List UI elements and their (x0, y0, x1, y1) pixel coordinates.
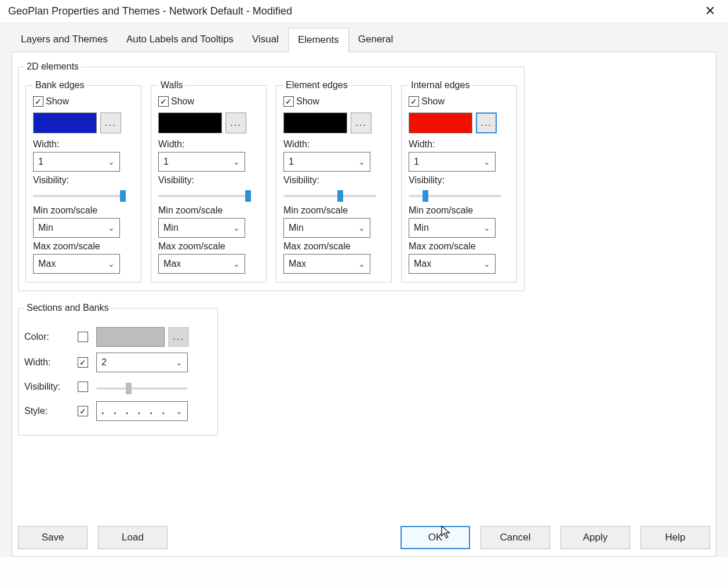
walls-width-combo[interactable]: 1 ⌄ (158, 152, 245, 172)
element-color-picker-button[interactable]: ... (351, 112, 372, 133)
element-width-value: 1 (289, 157, 294, 167)
sections-style-value: . . . . . . (101, 406, 168, 416)
walls-width-value: 1 (163, 157, 169, 167)
chevron-down-icon: ⌄ (483, 157, 490, 166)
sections-style-checkbox[interactable] (78, 406, 88, 416)
internal-min-zoom-combo[interactable]: Min ⌄ (409, 218, 496, 238)
chevron-down-icon: ⌄ (176, 358, 183, 367)
internal-edges-legend: Internal edges (409, 80, 472, 90)
ok-button[interactable]: OK (401, 526, 470, 549)
element-min-zoom-combo[interactable]: Min ⌄ (283, 218, 370, 238)
sections-color-checkbox[interactable] (78, 332, 88, 342)
bank-color-swatch[interactable] (33, 112, 97, 133)
bank-color-picker-button[interactable]: ... (100, 112, 121, 133)
load-button[interactable]: Load (98, 526, 168, 549)
apply-button[interactable]: Apply (560, 526, 630, 549)
sections-width-value: 2 (101, 357, 107, 368)
bank-show-label: Show (46, 96, 69, 107)
walls-visibility-slider[interactable] (158, 190, 251, 202)
element-max-zoom-combo[interactable]: Max ⌄ (283, 254, 370, 274)
group-2d-elements-legend: 2D elements (24, 61, 81, 72)
sections-color-swatch[interactable] (96, 327, 165, 347)
internal-visibility-slider[interactable] (409, 190, 501, 202)
sections-visibility-slider[interactable] (96, 383, 188, 394)
bank-max-zoom-label: Max zoom/scale (33, 241, 134, 252)
internal-max-zoom-combo[interactable]: Max ⌄ (409, 254, 496, 274)
content-area: Layers and Themes Auto Labels and Toolti… (0, 22, 728, 557)
tab-elements[interactable]: Elements (288, 28, 349, 52)
tab-layers-and-themes[interactable]: Layers and Themes (12, 28, 117, 52)
save-button[interactable]: Save (18, 526, 88, 549)
internal-color-picker-button[interactable]: ... (476, 112, 497, 133)
bank-show-checkbox[interactable] (33, 96, 43, 107)
group-element-edges: Element edges Show ... Width: 1 ⌄ (276, 80, 392, 282)
walls-min-zoom-label: Min zoom/scale (158, 205, 259, 216)
internal-width-combo[interactable]: 1 ⌄ (409, 152, 496, 172)
internal-visibility-label: Visibility: (409, 175, 509, 186)
element-min-zoom-value: Min (289, 223, 304, 233)
slider-track (158, 195, 251, 197)
slider-track (283, 195, 376, 197)
chevron-down-icon: ⌄ (483, 223, 490, 233)
help-button[interactable]: Help (640, 526, 710, 549)
bank-width-label: Width: (33, 139, 134, 150)
internal-show-label: Show (421, 96, 445, 107)
walls-legend: Walls (158, 80, 185, 90)
element-visibility-label: Visibility: (283, 175, 384, 186)
slider-track (96, 387, 188, 390)
internal-color-swatch[interactable] (409, 112, 472, 133)
sections-color-label: Color: (24, 332, 70, 342)
tab-visual[interactable]: Visual (243, 28, 288, 52)
internal-min-zoom-label: Min zoom/scale (409, 205, 509, 216)
slider-thumb[interactable] (245, 190, 251, 202)
sections-visibility-checkbox[interactable] (78, 382, 88, 392)
chevron-down-icon: ⌄ (358, 259, 365, 268)
chevron-down-icon: ⌄ (108, 223, 115, 233)
sections-color-picker-button[interactable]: ... (168, 327, 189, 347)
slider-thumb[interactable] (337, 190, 343, 202)
sections-width-label: Width: (24, 357, 70, 368)
element-max-zoom-value: Max (289, 259, 306, 269)
slider-thumb[interactable] (120, 190, 126, 202)
internal-min-zoom-value: Min (414, 223, 429, 233)
slider-thumb[interactable] (126, 383, 132, 394)
internal-width-value: 1 (414, 157, 419, 167)
cancel-button[interactable]: Cancel (481, 526, 550, 549)
group-internal-edges: Internal edges Show ... Width: 1 ⌄ (401, 80, 517, 282)
walls-max-zoom-combo[interactable]: Max ⌄ (158, 254, 245, 274)
sections-width-combo[interactable]: 2 ⌄ (96, 353, 188, 372)
walls-color-swatch[interactable] (158, 112, 222, 133)
internal-width-label: Width: (409, 139, 509, 150)
element-width-label: Width: (283, 139, 384, 150)
bank-width-combo[interactable]: 1 ⌄ (33, 152, 120, 172)
bank-visibility-slider[interactable] (33, 190, 126, 202)
bank-edges-legend: Bank edges (33, 80, 87, 90)
close-icon[interactable]: ✕ (700, 5, 720, 17)
element-min-zoom-label: Min zoom/scale (283, 205, 384, 216)
tab-auto-labels-and-tooltips[interactable]: Auto Labels and Tooltips (117, 28, 243, 52)
walls-show-checkbox[interactable] (158, 96, 169, 107)
bank-min-zoom-combo[interactable]: Min ⌄ (33, 218, 120, 238)
tab-general[interactable]: General (349, 28, 402, 52)
chevron-down-icon: ⌄ (483, 259, 490, 268)
element-show-checkbox[interactable] (283, 96, 294, 107)
bank-max-zoom-combo[interactable]: Max ⌄ (33, 254, 120, 274)
walls-min-zoom-combo[interactable]: Min ⌄ (158, 218, 245, 238)
element-visibility-slider[interactable] (283, 190, 376, 202)
sections-style-combo[interactable]: . . . . . . ⌄ (96, 401, 188, 421)
walls-color-picker-button[interactable]: ... (225, 112, 246, 133)
element-edges-legend: Element edges (283, 80, 350, 90)
element-max-zoom-label: Max zoom/scale (283, 241, 384, 252)
element-color-swatch[interactable] (283, 112, 347, 133)
internal-max-zoom-label: Max zoom/scale (409, 241, 509, 252)
internal-show-checkbox[interactable] (409, 96, 419, 107)
sections-width-checkbox[interactable] (78, 357, 88, 368)
chevron-down-icon: ⌄ (233, 223, 240, 233)
sections-visibility-label: Visibility: (24, 382, 70, 392)
slider-thumb[interactable] (423, 190, 428, 202)
chevron-down-icon: ⌄ (108, 259, 115, 268)
walls-max-zoom-value: Max (163, 259, 181, 269)
internal-max-zoom-value: Max (414, 259, 431, 269)
element-show-label: Show (296, 96, 319, 107)
element-width-combo[interactable]: 1 ⌄ (283, 152, 370, 172)
